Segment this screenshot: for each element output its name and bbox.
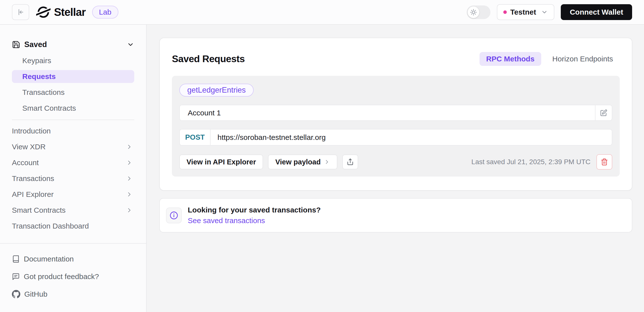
chevron-down-icon [127, 41, 134, 48]
save-icon [12, 40, 20, 49]
theme-toggle[interactable] [467, 6, 490, 19]
request-name-row: Account 1 [179, 105, 612, 121]
stellar-logo[interactable]: Stellar [36, 6, 86, 18]
sidebar-item-transaction-dashboard[interactable]: Transaction Dashboard [12, 220, 134, 232]
rpc-method-badge: getLedgerEntries [179, 84, 254, 96]
main-content: Saved Requests RPC Methods Horizon Endpo… [147, 25, 644, 312]
chevron-right-icon [126, 143, 133, 150]
book-icon [12, 255, 20, 263]
sidebar-item-smart-contracts-section[interactable]: Smart Contracts [12, 204, 134, 217]
collapse-sidebar-icon [16, 8, 24, 16]
network-selector[interactable]: Testnet [497, 4, 554, 20]
stellar-logo-icon [36, 6, 50, 18]
sidebar-footer: Documentation Got product feedback? GitH… [0, 243, 146, 312]
chevron-down-icon [541, 9, 548, 16]
page-title: Saved Requests [172, 54, 245, 64]
sidebar-item-api-explorer[interactable]: API Explorer [12, 188, 134, 201]
request-url-row: POST https://soroban-testnet.stellar.org [179, 129, 612, 146]
view-payload-button[interactable]: View payload [268, 154, 337, 169]
share-request-button[interactable] [342, 154, 358, 169]
trash-icon [601, 158, 608, 166]
collapse-sidebar-button[interactable] [12, 4, 29, 20]
http-method-label: POST [180, 133, 210, 142]
sidebar-item-introduction[interactable]: Introduction [12, 124, 134, 138]
sidebar-group-saved-label: Saved [24, 40, 47, 49]
tab-rpc-methods[interactable]: RPC Methods [480, 52, 541, 66]
connect-wallet-button[interactable]: Connect Wallet [561, 4, 632, 20]
top-header: Stellar Lab Testnet Connect Wallet [0, 0, 644, 25]
info-icon [170, 211, 178, 220]
sidebar-item-requests[interactable]: Requests [12, 70, 134, 83]
info-box-title: Looking for your saved transactions? [188, 206, 321, 214]
request-actions-row: View in API Explorer View payload [179, 154, 612, 170]
sidebar-divider [12, 120, 134, 120]
sidebar-item-view-xdr[interactable]: View XDR [12, 140, 134, 153]
sidebar-group-saved[interactable]: Saved [12, 39, 134, 50]
feedback-icon [12, 273, 20, 280]
request-url: https://soroban-testnet.stellar.org [210, 133, 326, 142]
github-icon [12, 290, 20, 298]
chevron-right-icon [126, 191, 133, 198]
edit-icon [600, 109, 608, 117]
sidebar-item-transactions[interactable]: Transactions [12, 86, 134, 99]
tab-horizon-endpoints[interactable]: Horizon Endpoints [546, 52, 620, 66]
sidebar-item-smart-contracts[interactable]: Smart Contracts [12, 102, 134, 115]
request-name: Account 1 [180, 109, 595, 117]
sidebar-item-keypairs[interactable]: Keypairs [12, 54, 134, 67]
info-icon-box [166, 208, 182, 223]
see-saved-transactions-link[interactable]: See saved transactions [188, 216, 321, 225]
chevron-right-icon [324, 159, 330, 165]
chevron-right-icon [126, 207, 133, 214]
sidebar-item-documentation[interactable]: Documentation [12, 252, 134, 266]
network-status-dot [503, 10, 507, 14]
brand-wordmark: Stellar [54, 6, 86, 18]
view-in-api-explorer-button[interactable]: View in API Explorer [179, 154, 263, 169]
delete-request-button[interactable] [596, 154, 612, 170]
chevron-right-icon [126, 175, 133, 182]
saved-request-item: getLedgerEntries Account 1 POST https://… [172, 76, 620, 176]
share-icon [346, 158, 354, 166]
request-type-tabs: RPC Methods Horizon Endpoints [480, 52, 620, 66]
sidebar-item-account[interactable]: Account [12, 156, 134, 169]
sidebar-item-github[interactable]: GitHub [12, 287, 134, 301]
saved-requests-card: Saved Requests RPC Methods Horizon Endpo… [159, 38, 632, 191]
edit-name-button[interactable] [595, 105, 612, 120]
sidebar-item-feedback[interactable]: Got product feedback? [12, 270, 134, 284]
sun-icon [470, 9, 477, 16]
sidebar-item-transactions-section[interactable]: Transactions [12, 172, 134, 185]
lab-badge: Lab [92, 6, 118, 18]
network-selector-label: Testnet [510, 8, 536, 16]
saved-transactions-info-box: Looking for your saved transactions? See… [159, 198, 632, 232]
chevron-right-icon [126, 159, 133, 166]
last-saved-timestamp: Last saved Jul 21, 2025, 2:39 PM UTC [471, 158, 590, 166]
sidebar: Saved Keypairs Requests Transactions Sma… [0, 25, 147, 312]
